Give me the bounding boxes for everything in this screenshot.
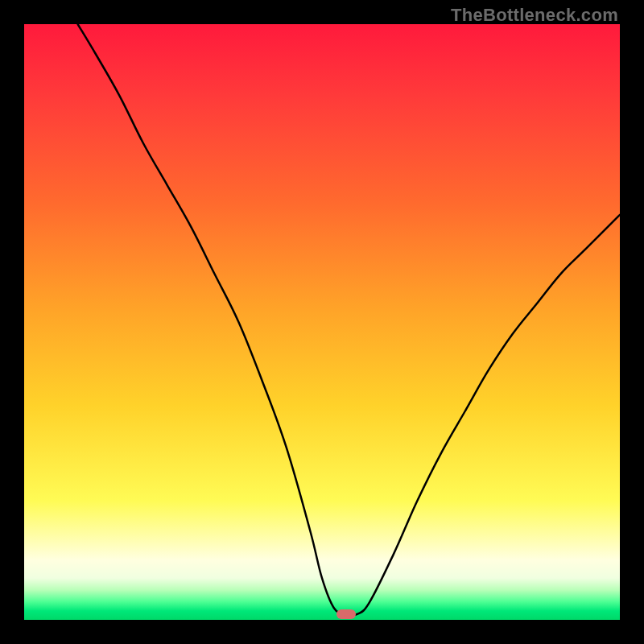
bottleneck-curve xyxy=(24,24,620,620)
attribution-label: TheBottleneck.com xyxy=(451,5,618,26)
plot-area xyxy=(24,24,620,620)
optimal-marker xyxy=(336,609,356,619)
chart-frame: TheBottleneck.com xyxy=(0,0,644,644)
